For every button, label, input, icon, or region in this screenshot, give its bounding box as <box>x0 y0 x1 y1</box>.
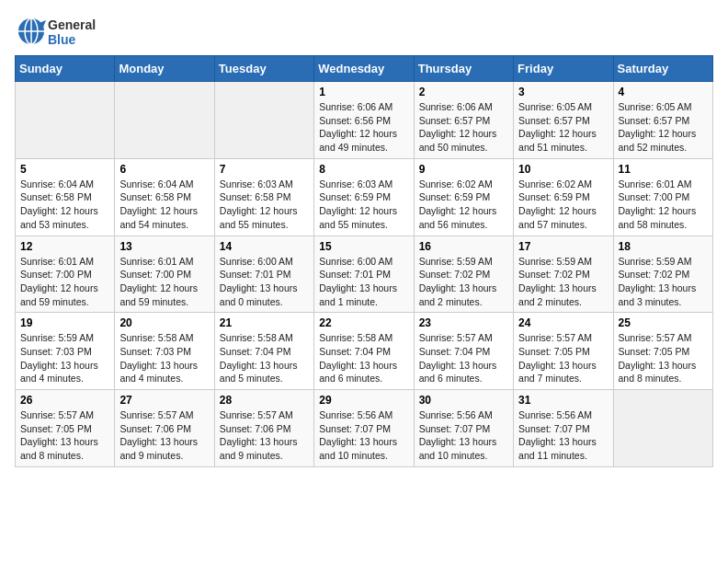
day-info: Sunrise: 6:06 AM Sunset: 6:57 PM Dayligh… <box>419 100 508 155</box>
day-number: 6 <box>119 163 209 176</box>
day-info: Sunrise: 6:00 AM Sunset: 7:01 PM Dayligh… <box>220 255 309 309</box>
day-number: 27 <box>119 394 209 407</box>
logo-svg: GeneralBlue <box>15 15 97 48</box>
day-number: 24 <box>518 316 608 329</box>
week-row-3: 12Sunrise: 6:01 AM Sunset: 7:00 PM Dayli… <box>16 236 713 313</box>
day-info: Sunrise: 5:58 AM Sunset: 7:03 PM Dayligh… <box>119 331 209 385</box>
day-number: 7 <box>220 163 309 176</box>
day-cell: 5Sunrise: 6:04 AM Sunset: 6:58 PM Daylig… <box>16 158 115 236</box>
day-number: 1 <box>319 86 408 98</box>
day-cell: 4Sunrise: 6:05 AM Sunset: 6:57 PM Daylig… <box>613 82 712 159</box>
day-cell: 13Sunrise: 6:01 AM Sunset: 7:00 PM Dayli… <box>115 236 214 313</box>
col-header-friday: Friday <box>514 56 613 82</box>
col-header-thursday: Thursday <box>414 56 513 82</box>
day-number: 20 <box>119 316 209 329</box>
day-cell: 17Sunrise: 5:59 AM Sunset: 7:02 PM Dayli… <box>514 236 613 313</box>
day-info: Sunrise: 6:04 AM Sunset: 6:58 PM Dayligh… <box>119 178 209 232</box>
calendar-table: SundayMondayTuesdayWednesdayThursdayFrid… <box>15 55 713 467</box>
day-number: 23 <box>419 316 508 329</box>
day-info: Sunrise: 6:04 AM Sunset: 6:58 PM Dayligh… <box>20 178 109 232</box>
logo: GeneralBlue <box>15 15 97 48</box>
header-row: SundayMondayTuesdayWednesdayThursdayFrid… <box>16 56 713 82</box>
day-info: Sunrise: 5:56 AM Sunset: 7:07 PM Dayligh… <box>419 408 508 463</box>
week-row-4: 19Sunrise: 5:59 AM Sunset: 7:03 PM Dayli… <box>16 313 713 390</box>
day-number: 11 <box>619 163 708 176</box>
day-number: 19 <box>20 316 109 329</box>
day-number: 22 <box>319 316 408 329</box>
day-cell: 14Sunrise: 6:00 AM Sunset: 7:01 PM Dayli… <box>214 236 313 313</box>
day-cell <box>16 82 115 159</box>
day-cell: 29Sunrise: 5:56 AM Sunset: 7:07 PM Dayli… <box>314 390 414 467</box>
week-row-1: 1Sunrise: 6:06 AM Sunset: 6:56 PM Daylig… <box>16 82 713 159</box>
day-number: 10 <box>518 163 608 176</box>
day-cell: 31Sunrise: 5:56 AM Sunset: 7:07 PM Dayli… <box>514 390 613 467</box>
week-row-2: 5Sunrise: 6:04 AM Sunset: 6:58 PM Daylig… <box>16 158 713 236</box>
day-number: 30 <box>419 394 508 407</box>
day-cell: 27Sunrise: 5:57 AM Sunset: 7:06 PM Dayli… <box>115 390 214 467</box>
day-cell: 23Sunrise: 5:57 AM Sunset: 7:04 PM Dayli… <box>414 313 513 390</box>
day-number: 9 <box>419 163 508 176</box>
day-cell <box>613 390 712 467</box>
day-info: Sunrise: 5:57 AM Sunset: 7:05 PM Dayligh… <box>619 331 708 385</box>
day-info: Sunrise: 6:00 AM Sunset: 7:01 PM Dayligh… <box>319 255 408 309</box>
day-number: 17 <box>518 240 608 253</box>
day-info: Sunrise: 5:56 AM Sunset: 7:07 PM Dayligh… <box>319 408 408 463</box>
day-info: Sunrise: 5:56 AM Sunset: 7:07 PM Dayligh… <box>518 408 608 463</box>
day-info: Sunrise: 5:58 AM Sunset: 7:04 PM Dayligh… <box>220 331 309 385</box>
day-cell: 30Sunrise: 5:56 AM Sunset: 7:07 PM Dayli… <box>414 390 513 467</box>
day-info: Sunrise: 6:06 AM Sunset: 6:56 PM Dayligh… <box>319 100 408 155</box>
day-info: Sunrise: 6:01 AM Sunset: 7:00 PM Dayligh… <box>619 178 708 232</box>
day-number: 4 <box>619 86 708 98</box>
week-row-5: 26Sunrise: 5:57 AM Sunset: 7:05 PM Dayli… <box>16 390 713 467</box>
day-cell: 10Sunrise: 6:02 AM Sunset: 6:59 PM Dayli… <box>514 158 613 236</box>
day-cell <box>115 82 214 159</box>
day-info: Sunrise: 5:58 AM Sunset: 7:04 PM Dayligh… <box>319 331 408 385</box>
day-cell: 26Sunrise: 5:57 AM Sunset: 7:05 PM Dayli… <box>16 390 115 467</box>
day-info: Sunrise: 5:57 AM Sunset: 7:06 PM Dayligh… <box>220 408 309 463</box>
day-number: 5 <box>20 163 109 176</box>
day-info: Sunrise: 5:59 AM Sunset: 7:02 PM Dayligh… <box>619 255 708 309</box>
col-header-monday: Monday <box>115 56 214 82</box>
day-cell: 20Sunrise: 5:58 AM Sunset: 7:03 PM Dayli… <box>115 313 214 390</box>
day-cell: 8Sunrise: 6:03 AM Sunset: 6:59 PM Daylig… <box>314 158 414 236</box>
day-cell: 12Sunrise: 6:01 AM Sunset: 7:00 PM Dayli… <box>16 236 115 313</box>
svg-text:Blue: Blue <box>48 32 76 47</box>
day-number: 13 <box>119 240 209 253</box>
day-cell: 6Sunrise: 6:04 AM Sunset: 6:58 PM Daylig… <box>115 158 214 236</box>
col-header-wednesday: Wednesday <box>314 56 414 82</box>
day-info: Sunrise: 6:02 AM Sunset: 6:59 PM Dayligh… <box>419 178 508 232</box>
day-number: 2 <box>419 86 508 98</box>
day-number: 28 <box>220 394 309 407</box>
day-cell: 18Sunrise: 5:59 AM Sunset: 7:02 PM Dayli… <box>613 236 712 313</box>
day-cell: 24Sunrise: 5:57 AM Sunset: 7:05 PM Dayli… <box>514 313 613 390</box>
day-info: Sunrise: 6:03 AM Sunset: 6:59 PM Dayligh… <box>319 178 408 232</box>
day-info: Sunrise: 6:02 AM Sunset: 6:59 PM Dayligh… <box>518 178 608 232</box>
day-number: 15 <box>319 240 408 253</box>
day-cell: 9Sunrise: 6:02 AM Sunset: 6:59 PM Daylig… <box>414 158 513 236</box>
day-info: Sunrise: 5:57 AM Sunset: 7:05 PM Dayligh… <box>20 408 109 463</box>
day-info: Sunrise: 5:57 AM Sunset: 7:06 PM Dayligh… <box>119 408 209 463</box>
day-cell: 7Sunrise: 6:03 AM Sunset: 6:58 PM Daylig… <box>214 158 313 236</box>
col-header-saturday: Saturday <box>613 56 712 82</box>
day-info: Sunrise: 6:01 AM Sunset: 7:00 PM Dayligh… <box>119 255 209 309</box>
day-number: 31 <box>518 394 608 407</box>
day-number: 29 <box>319 394 408 407</box>
day-number: 8 <box>319 163 408 176</box>
day-info: Sunrise: 6:05 AM Sunset: 6:57 PM Dayligh… <box>619 100 708 155</box>
day-info: Sunrise: 6:03 AM Sunset: 6:58 PM Dayligh… <box>220 178 309 232</box>
day-cell <box>214 82 313 159</box>
day-cell: 3Sunrise: 6:05 AM Sunset: 6:57 PM Daylig… <box>514 82 613 159</box>
day-cell: 1Sunrise: 6:06 AM Sunset: 6:56 PM Daylig… <box>314 82 414 159</box>
day-number: 12 <box>20 240 109 253</box>
day-number: 26 <box>20 394 109 407</box>
col-header-sunday: Sunday <box>16 56 115 82</box>
day-cell: 11Sunrise: 6:01 AM Sunset: 7:00 PM Dayli… <box>613 158 712 236</box>
day-cell: 22Sunrise: 5:58 AM Sunset: 7:04 PM Dayli… <box>314 313 414 390</box>
day-info: Sunrise: 5:59 AM Sunset: 7:02 PM Dayligh… <box>419 255 508 309</box>
day-cell: 28Sunrise: 5:57 AM Sunset: 7:06 PM Dayli… <box>214 390 313 467</box>
day-cell: 16Sunrise: 5:59 AM Sunset: 7:02 PM Dayli… <box>414 236 513 313</box>
day-number: 21 <box>220 316 309 329</box>
day-info: Sunrise: 5:59 AM Sunset: 7:03 PM Dayligh… <box>20 331 109 385</box>
day-cell: 15Sunrise: 6:00 AM Sunset: 7:01 PM Dayli… <box>314 236 414 313</box>
day-cell: 21Sunrise: 5:58 AM Sunset: 7:04 PM Dayli… <box>214 313 313 390</box>
